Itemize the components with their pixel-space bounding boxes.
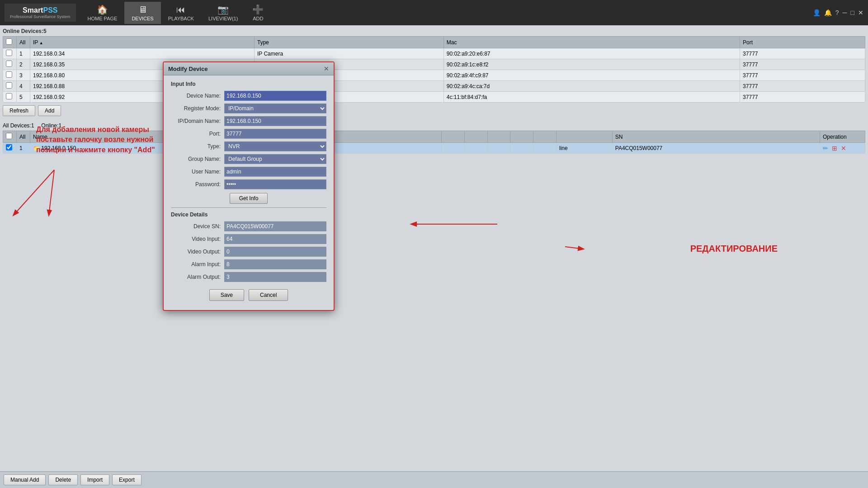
video-output-field bbox=[224, 247, 326, 257]
port-label: Port: bbox=[171, 131, 221, 137]
delete-icon[interactable]: ✕ bbox=[841, 145, 848, 152]
minimize-icon[interactable]: ─ bbox=[843, 9, 847, 16]
ip-domain-input[interactable] bbox=[224, 116, 326, 126]
type-select[interactable]: NVR bbox=[224, 141, 326, 151]
bell-icon[interactable]: 🔔 bbox=[824, 9, 832, 16]
add-button[interactable]: Add bbox=[38, 105, 61, 116]
alarm-input-row: Alarm Input: bbox=[171, 259, 326, 269]
nav-devices[interactable]: 🖥 DEVICES bbox=[124, 2, 160, 24]
device-sn-input bbox=[224, 221, 326, 231]
copy-icon[interactable]: ⊞ bbox=[832, 145, 839, 152]
row-mac: 90:02:a9:1c:e8:f2 bbox=[443, 59, 740, 70]
user-icon[interactable]: 👤 bbox=[813, 9, 821, 16]
row-num: 5 bbox=[17, 92, 30, 103]
video-input-row: Video Input: bbox=[171, 234, 326, 244]
video-input-field bbox=[224, 234, 326, 244]
row-port: 37777 bbox=[740, 59, 865, 70]
device-name-row: Device Name: bbox=[171, 91, 326, 101]
maximize-icon[interactable]: □ bbox=[851, 9, 854, 16]
nav-playback-label: PLAYBACK bbox=[168, 16, 194, 21]
online-devices-label: Online Devices:5 bbox=[3, 28, 865, 34]
select-all-devices-checkbox[interactable] bbox=[6, 133, 12, 139]
device-sn-cell: PA4CQ015W00077 bbox=[612, 143, 820, 154]
table-row: 4 192.168.0.88 IP Camera 90:02:a9:4c:ca:… bbox=[3, 81, 865, 92]
row-mac: 90:02:a9:4f:c9:87 bbox=[443, 70, 740, 81]
nav-home[interactable]: 🏠 HOME PAGE bbox=[80, 1, 125, 24]
help-icon[interactable]: ? bbox=[835, 9, 839, 16]
video-output-row: Video Output: bbox=[171, 247, 326, 257]
online-row-checkbox[interactable] bbox=[6, 71, 12, 78]
alarm-output-label: Alarm Output: bbox=[171, 274, 221, 280]
export-button[interactable]: Export bbox=[112, 474, 142, 485]
alarm-output-field bbox=[224, 272, 326, 282]
port-input[interactable] bbox=[224, 129, 326, 139]
register-mode-row: Register Mode: IP/Domain bbox=[171, 103, 326, 113]
edit-icon[interactable]: ✏ bbox=[823, 145, 830, 152]
group-row: Group Name: Default Group bbox=[171, 154, 326, 164]
modal-title: Modify Device bbox=[168, 66, 208, 72]
cancel-button[interactable]: Cancel bbox=[249, 289, 288, 301]
select-all-online-checkbox[interactable] bbox=[6, 38, 12, 45]
all-col-empty6 bbox=[556, 131, 612, 143]
refresh-button[interactable]: Refresh bbox=[3, 105, 35, 116]
register-mode-select[interactable]: IP/Domain bbox=[224, 103, 326, 113]
all-col-empty2 bbox=[464, 131, 487, 143]
all-col-empty3 bbox=[487, 131, 510, 143]
group-select[interactable]: Default Group bbox=[224, 154, 326, 164]
save-button[interactable]: Save bbox=[209, 289, 244, 301]
folder-icon: 📁 bbox=[33, 145, 40, 151]
type-row: Type: NVR bbox=[171, 141, 326, 151]
get-info-button[interactable]: Get Info bbox=[230, 193, 268, 204]
row-type: IP Camera bbox=[255, 48, 444, 59]
col-port: Port bbox=[740, 37, 865, 48]
table-row: 2 192.168.0.35 IP Camera 90:02:a9:1c:e8:… bbox=[3, 59, 865, 70]
table-row: 5 192.168.0.92 IP Camera 4c:11:bf:84:d7:… bbox=[3, 92, 865, 103]
video-input-label: Video Input: bbox=[171, 236, 221, 242]
device-row-checkbox[interactable] bbox=[6, 144, 12, 150]
online-row-checkbox[interactable] bbox=[6, 82, 12, 89]
modify-device-modal: Modify Device ✕ Input Info Device Name: … bbox=[163, 61, 335, 311]
nav-home-label: HOME PAGE bbox=[88, 16, 118, 21]
delete-button[interactable]: Delete bbox=[48, 474, 78, 485]
device-empty2 bbox=[464, 143, 487, 154]
device-name-input[interactable] bbox=[224, 91, 326, 101]
password-input[interactable] bbox=[224, 179, 326, 189]
topbar: SmartPSS Professional Surveillance Syste… bbox=[0, 0, 868, 25]
liveview-icon: 📷 bbox=[217, 4, 229, 15]
row-port: 37777 bbox=[740, 48, 865, 59]
row-num: 1 bbox=[17, 48, 30, 59]
port-row: Port: bbox=[171, 129, 326, 139]
top-right-controls: 👤 🔔 ? ─ □ ✕ bbox=[813, 9, 863, 16]
all-devices-table: All Name Type IP/Domain Name SN Operatio… bbox=[3, 131, 865, 154]
main-content: Online Devices:5 All IP Type Mac Port 1 … bbox=[0, 25, 868, 488]
all-col-sn: SN bbox=[612, 131, 820, 143]
online-devices-table: All IP Type Mac Port 1 192.168.0.34 IP C… bbox=[3, 36, 865, 103]
register-mode-label: Register Mode: bbox=[171, 105, 221, 112]
all-devices-label: All Devices:1 bbox=[3, 122, 34, 129]
username-row: User Name: bbox=[171, 167, 326, 177]
nav-playback[interactable]: ⏮ PLAYBACK bbox=[161, 2, 201, 24]
bottom-bar: Manual Add Delete Import Export bbox=[0, 471, 868, 488]
all-col-empty5 bbox=[533, 131, 557, 143]
group-label: Group Name: bbox=[171, 156, 221, 162]
nav-add[interactable]: ➕ ADD bbox=[245, 1, 271, 24]
close-icon[interactable]: ✕ bbox=[858, 9, 863, 16]
username-label: User Name: bbox=[171, 169, 221, 175]
svg-line-3 bbox=[565, 247, 583, 249]
online-row-checkbox[interactable] bbox=[6, 61, 12, 67]
col-ip[interactable]: IP bbox=[30, 37, 255, 48]
input-info-section-title: Input Info bbox=[171, 81, 326, 87]
import-button[interactable]: Import bbox=[80, 474, 109, 485]
table-row: 1 📁 192.168.0.150 NVR 192.168.0.150 line… bbox=[3, 143, 865, 154]
password-label: Password: bbox=[171, 181, 221, 188]
username-input[interactable] bbox=[224, 167, 326, 177]
device-empty5 bbox=[533, 143, 557, 154]
nav-liveview[interactable]: 📷 LIVEVIEW(1) bbox=[201, 1, 245, 24]
row-port: 37777 bbox=[740, 70, 865, 81]
modal-close-button[interactable]: ✕ bbox=[324, 65, 329, 72]
edit-annotation-text: РЕДАКТИРОВАНИЕ bbox=[690, 242, 778, 255]
ip-domain-label: IP/Domain Name: bbox=[171, 118, 221, 124]
online-row-checkbox[interactable] bbox=[6, 50, 12, 56]
online-row-checkbox[interactable] bbox=[6, 93, 12, 99]
manual-add-button[interactable]: Manual Add bbox=[4, 474, 46, 485]
